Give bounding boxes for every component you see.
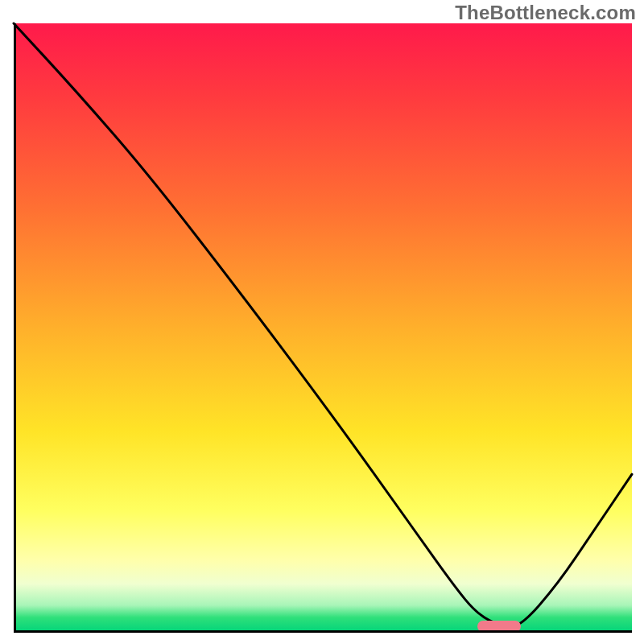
- chart-container: TheBottleneck.com: [0, 0, 644, 644]
- optimal-marker: [477, 621, 521, 632]
- bottleneck-curve: [14, 23, 632, 633]
- watermark-text: TheBottleneck.com: [455, 2, 636, 24]
- plot-area: [14, 23, 632, 633]
